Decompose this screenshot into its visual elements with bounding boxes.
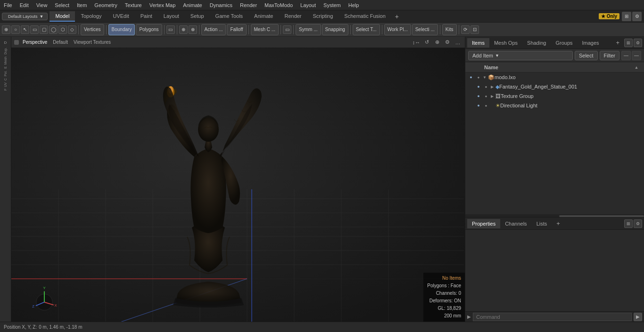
layout-maximize-icon[interactable]: ⊞ (622, 12, 631, 21)
tb-snapping[interactable]: Snapping (322, 24, 348, 35)
tb-polygons[interactable]: Polygons (136, 24, 162, 35)
tb-symmetry[interactable]: Symm ... (296, 24, 321, 35)
tb-icon-refresh[interactable]: ⟳ (461, 25, 470, 34)
tb-vertices[interactable]: Vertices (81, 24, 104, 35)
viewport-default[interactable]: Default (51, 39, 70, 45)
tb-icon-plus1[interactable]: ⊕ (179, 25, 188, 34)
viewport-rotate-icon[interactable]: ↺ (422, 38, 431, 47)
list-item[interactable]: ● ● ▶ ☀ Directional Light (465, 101, 644, 110)
menu-geometry[interactable]: Geometry (91, 1, 121, 9)
tab-scripting[interactable]: Scripting (307, 11, 339, 22)
bp-tab-lists[interactable]: Lists (532, 219, 552, 228)
viewport-zoom-icon[interactable]: ⊕ (433, 38, 441, 47)
rp-tab-images[interactable]: Images (578, 38, 604, 48)
tb-selecti[interactable]: Selecti ... (412, 24, 438, 35)
list-item[interactable]: ● ● ▼ 📦 modo.lxo (465, 73, 644, 82)
tb-icon-lasso[interactable]: ◇ (68, 25, 76, 34)
rp-tab-shading[interactable]: Shading (522, 38, 551, 48)
item-eye2-light[interactable]: ● (482, 102, 490, 109)
tab-layout[interactable]: Layout (158, 11, 185, 22)
bp-tab-properties[interactable]: Properties (467, 219, 500, 228)
cmd-run-button[interactable]: ▶ (634, 313, 642, 321)
item-expand-fantasy[interactable]: ▶ (490, 84, 495, 89)
tb-icon-plus2[interactable]: ⊕ (189, 25, 197, 34)
tb-icon-rect[interactable]: ▭ (30, 25, 39, 34)
star-badge[interactable]: ★ Only (599, 13, 619, 19)
tab-uvedit[interactable]: UVEdit (107, 11, 134, 22)
tb-kits[interactable]: Kits (442, 24, 457, 35)
lt-label-f[interactable]: F (4, 89, 7, 90)
bp-tab-channels[interactable]: Channels (500, 219, 531, 228)
tab-model[interactable]: Model (50, 11, 75, 22)
item-expand-texture[interactable]: ▶ (490, 94, 495, 98)
rp-icon-settings[interactable]: ⚙ (634, 39, 642, 47)
col-sort-icon[interactable]: ▲ (633, 64, 640, 71)
filter-button[interactable]: Filter (600, 51, 619, 60)
lt-label-dup[interactable]: Dup. (4, 48, 7, 55)
layout-selector[interactable]: Default Layouts ▼ (2, 13, 48, 20)
viewport-perspective[interactable]: Perspective (21, 39, 49, 45)
tb-icon-crosshair[interactable]: ⊕ (2, 25, 10, 34)
tab-render[interactable]: Render (279, 11, 307, 22)
lt-btn-1[interactable]: D (1, 39, 10, 46)
rp-tab-add[interactable]: + (613, 38, 622, 47)
command-input[interactable] (473, 313, 632, 321)
tb-icon-layout2[interactable]: ⊡ (471, 25, 479, 34)
menu-system[interactable]: System (320, 1, 345, 9)
menu-animate[interactable]: Animate (179, 1, 206, 9)
rp-minus-icon[interactable]: — (632, 51, 641, 60)
menu-render[interactable]: Render (236, 1, 261, 9)
tab-topology[interactable]: Topology (75, 11, 107, 22)
menu-edit[interactable]: Edit (16, 1, 33, 9)
tab-paint[interactable]: Paint (135, 11, 158, 22)
bp-icon-settings[interactable]: ⚙ (634, 219, 642, 228)
menu-select[interactable]: Select (51, 1, 73, 9)
viewport-dot[interactable] (14, 40, 19, 45)
list-item[interactable]: ● ● ▶ 🖼 Texture Group (465, 91, 644, 101)
viewport-arrows-icon[interactable]: ↕↔ (412, 38, 421, 47)
layout-settings-icon[interactable]: ⚙ (632, 12, 642, 21)
item-eye2-fantasy[interactable]: ● (482, 83, 490, 90)
tab-schematic-fusion[interactable]: Schematic Fusion (339, 11, 391, 22)
item-expand-modo[interactable]: ▼ (482, 75, 487, 80)
lt-label-c[interactable]: C (4, 78, 7, 81)
rp-tab-groups[interactable]: Groups (551, 38, 577, 48)
menu-file[interactable]: File (0, 1, 16, 9)
rp-tab-mesh-ops[interactable]: Mesh Ops (489, 38, 522, 48)
menu-maxtomodo[interactable]: MaxToModo (261, 1, 297, 9)
tb-icon-oval[interactable]: ◯ (49, 25, 58, 34)
item-eye2-modo[interactable]: ● (475, 73, 482, 81)
menu-view[interactable]: View (33, 1, 51, 9)
tb-falloff[interactable]: Falloff (227, 24, 246, 35)
add-item-button[interactable]: Add Item ▼ (468, 51, 573, 60)
lt-label-mesh[interactable]: Mesh (4, 57, 7, 65)
cmd-arrow[interactable]: ▶ (467, 314, 471, 319)
rp-icon-expand[interactable]: ⊞ (624, 39, 633, 47)
tab-game-tools[interactable]: Game Tools (210, 11, 249, 22)
tb-icon-cursor[interactable]: ↖ (21, 25, 29, 34)
viewport-settings-icon[interactable]: ⚙ (443, 38, 452, 47)
tb-icon-mode[interactable]: ▭ (166, 25, 175, 34)
tb-icon-hex[interactable]: ⬡ (58, 25, 67, 34)
menu-vertex-map[interactable]: Vertex Map (146, 1, 180, 9)
item-eye2-texture[interactable]: ● (482, 92, 490, 100)
add-layout-tab[interactable]: + (391, 11, 403, 22)
bp-icon-expand[interactable]: ⊞ (624, 219, 633, 228)
tb-icon-circle[interactable]: ○ (11, 25, 20, 34)
bp-tab-add[interactable]: + (553, 219, 563, 228)
lt-label-e[interactable]: E (4, 66, 7, 69)
tab-animate[interactable]: Animate (248, 11, 279, 22)
rp-tab-items[interactable]: Items (467, 38, 489, 48)
menu-item[interactable]: Item (73, 1, 91, 9)
menu-dynamics[interactable]: Dynamics (206, 1, 236, 9)
tb-work-pl[interactable]: Work Pl... (384, 24, 411, 35)
item-eye-texture[interactable]: ● (475, 92, 482, 100)
viewport-textures[interactable]: Viewport Textures (72, 39, 113, 45)
lt-label-pol[interactable]: Pol. (4, 71, 7, 76)
menu-layout[interactable]: Layout (297, 1, 320, 9)
viewport-more-icon[interactable]: … (454, 38, 462, 47)
menu-texture[interactable]: Texture (121, 1, 146, 9)
lt-label-uv[interactable]: UV (4, 82, 7, 87)
rp-collapse-icon[interactable]: — (621, 51, 631, 60)
viewport-canvas[interactable]: X Y Z No Items Polygons : Face Channels:… (11, 48, 465, 322)
